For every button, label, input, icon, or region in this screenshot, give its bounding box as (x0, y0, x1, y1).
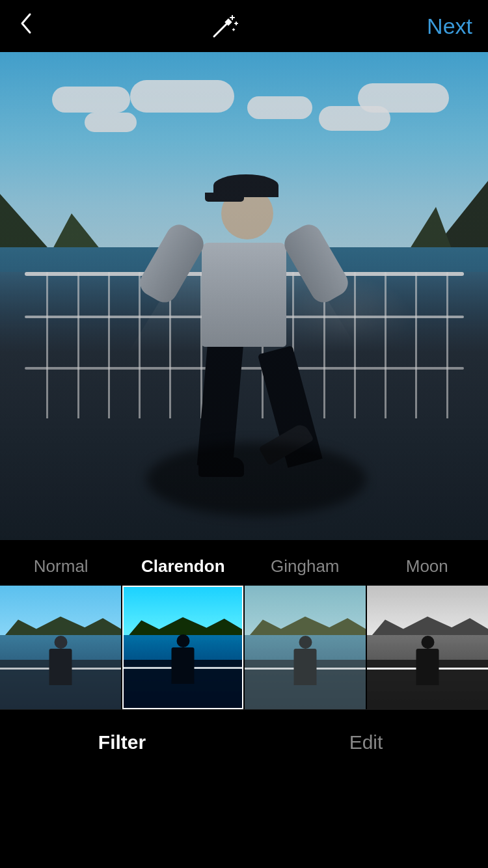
filter-section: Normal Clarendon Gingham Moon (0, 540, 488, 709)
svg-line-0 (214, 22, 228, 36)
filter-thumb-gingham[interactable] (245, 586, 366, 709)
photo-preview (0, 52, 488, 540)
filter-thumb-normal[interactable] (0, 586, 121, 709)
filter-labels-row: Normal Clarendon Gingham Moon (0, 547, 488, 586)
filter-thumbnails-row (0, 586, 488, 709)
tab-filter-label: Filter (98, 731, 146, 753)
filter-label-moon[interactable]: Moon (366, 556, 489, 576)
tab-filter[interactable]: Filter (0, 731, 244, 753)
filter-thumb-moon[interactable] (367, 586, 488, 709)
tab-edit[interactable]: Edit (244, 731, 488, 753)
filter-label-clarendon[interactable]: Clarendon (122, 556, 245, 576)
header: Next (0, 0, 488, 52)
magic-button[interactable] (55, 10, 394, 42)
back-button[interactable] (16, 9, 55, 44)
next-button[interactable]: Next (394, 14, 472, 39)
filter-label-normal[interactable]: Normal (0, 556, 122, 576)
filter-label-gingham[interactable]: Gingham (244, 556, 366, 576)
bottom-tabs: Filter Edit (0, 709, 488, 774)
tab-edit-label: Edit (349, 731, 383, 753)
filter-thumb-clarendon[interactable] (122, 586, 243, 709)
person-silhouette (172, 155, 316, 467)
